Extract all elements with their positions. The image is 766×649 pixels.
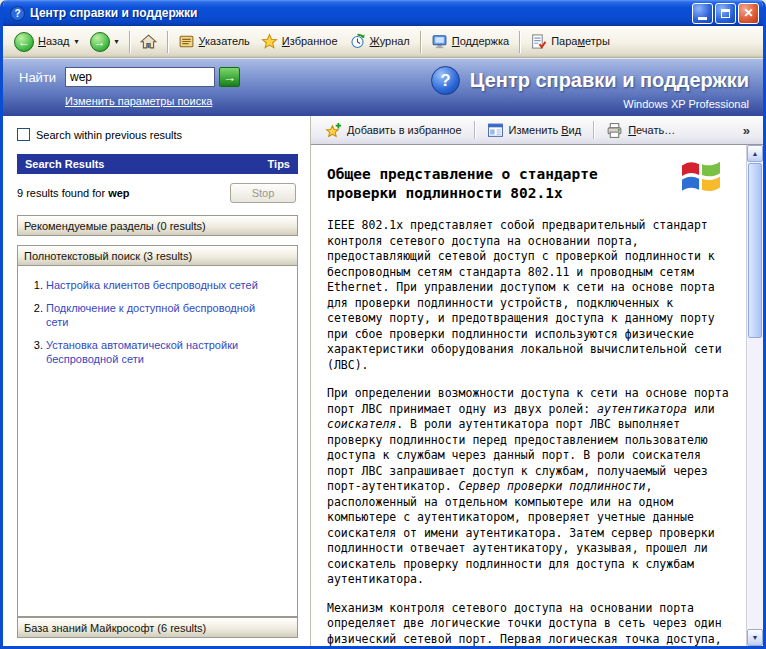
change-view-button[interactable]: Изменить Вид xyxy=(483,120,586,141)
support-icon xyxy=(431,33,448,50)
toolbar-separator xyxy=(519,31,520,53)
back-dropdown-caret[interactable]: ▾ xyxy=(75,37,79,46)
favorites-label: Избранное xyxy=(282,36,338,47)
article-paragraph: Механизм контроля сетевого доступа на ос… xyxy=(327,601,734,647)
main-area: Search within previous results Search Re… xyxy=(3,116,763,646)
maximize-button[interactable] xyxy=(715,3,736,24)
forward-dropdown-caret[interactable]: ▾ xyxy=(115,37,119,46)
options-label: Параметры xyxy=(551,36,610,47)
options-button[interactable]: Параметры xyxy=(525,30,615,53)
favorites-button[interactable]: Избранное xyxy=(256,30,343,53)
scroll-up-button[interactable]: ▲ xyxy=(747,145,763,162)
support-button[interactable]: Поддержка xyxy=(426,30,514,53)
windows-edition-label: Windows XP Professional xyxy=(623,98,749,110)
back-label: Назад xyxy=(38,36,70,47)
add-favorite-icon xyxy=(325,122,342,139)
minimize-icon xyxy=(698,17,707,20)
content-panel: Добавить в избранное Изменить Вид Печать… xyxy=(310,116,763,646)
change-view-label: Изменить Вид xyxy=(509,125,582,136)
minimize-button[interactable] xyxy=(692,3,713,24)
results-summary: 9 results found for wep xyxy=(17,187,130,199)
back-icon: ← xyxy=(14,32,34,52)
change-search-options-link[interactable]: Изменить параметры поиска xyxy=(65,95,212,107)
article: Общее представление о стандарте проверки… xyxy=(311,145,746,646)
print-button[interactable]: Печать… xyxy=(602,120,679,141)
stop-button[interactable]: Stop xyxy=(230,183,296,203)
home-icon xyxy=(140,33,157,50)
search-results-title: Search Results xyxy=(25,158,104,170)
home-button[interactable] xyxy=(135,30,162,53)
search-within-row: Search within previous results xyxy=(17,128,298,141)
add-to-favorites-button[interactable]: Добавить в избранное xyxy=(321,120,466,141)
result-item: Установка автоматической настройки беспр… xyxy=(46,338,267,366)
history-button[interactable]: Журнал xyxy=(344,30,415,53)
result-link[interactable]: Установка автоматической настройки беспр… xyxy=(46,339,238,365)
result-item: Настройка клиентов беспроводных сетей xyxy=(46,278,267,292)
window-title: Центр справки и поддержки xyxy=(30,6,690,20)
section-suggested-topics[interactable]: Рекомендуемые разделы (0 results) xyxy=(17,215,298,236)
tips-link[interactable]: Tips xyxy=(268,158,290,170)
vertical-scrollbar[interactable]: ▲ ▼ xyxy=(746,145,763,646)
forward-button[interactable]: → ▾ xyxy=(85,29,124,55)
svg-text:?: ? xyxy=(14,8,20,19)
search-label: Найти xyxy=(19,70,56,85)
search-within-label: Search within previous results xyxy=(36,129,182,141)
index-button[interactable]: Указатель xyxy=(173,30,255,53)
main-toolbar: ← Назад ▾ → ▾ Указатель Избранное xyxy=(3,26,763,58)
toolbar-separator xyxy=(474,121,475,139)
toolbar-separator xyxy=(167,31,168,53)
section-fulltext-matches[interactable]: Полнотекстовый поиск (3 results) xyxy=(17,245,298,266)
windows-logo-icon xyxy=(680,157,722,195)
scrollbar-thumb[interactable] xyxy=(748,163,762,338)
search-results-panel: Search within previous results Search Re… xyxy=(3,116,310,646)
result-link[interactable]: Настройка клиентов беспроводных сетей xyxy=(46,279,258,291)
toolbar-overflow-chevron[interactable]: » xyxy=(740,123,753,138)
help-center-window: ? Центр справки и поддержки ✕ ← Назад ▾ … xyxy=(0,0,766,649)
header-title-row: ? Центр справки и поддержки xyxy=(431,66,749,95)
toolbar-separator xyxy=(593,121,594,139)
results-list: Настройка клиентов беспроводных сетей По… xyxy=(17,266,298,617)
index-label: Указатель xyxy=(199,36,250,47)
article-title: Общее представление о стандарте проверки… xyxy=(327,165,664,203)
results-summary-row: 9 results found for wep Stop xyxy=(17,174,298,212)
add-to-favorites-label: Добавить в избранное xyxy=(347,125,462,136)
article-paragraph: IEEE 802.1x представляет собой предварит… xyxy=(327,218,734,373)
section-knowledge-base[interactable]: База знаний Майкрософт (6 results) xyxy=(17,617,298,638)
content-toolbar: Добавить в избранное Изменить Вид Печать… xyxy=(311,116,763,144)
history-clock-icon xyxy=(349,33,366,50)
search-input[interactable] xyxy=(65,67,215,87)
scroll-down-button[interactable]: ▼ xyxy=(747,629,763,646)
options-icon xyxy=(530,33,547,50)
index-icon xyxy=(178,33,195,50)
print-icon xyxy=(606,122,623,139)
print-label: Печать… xyxy=(628,125,675,136)
help-center-icon: ? xyxy=(9,5,26,22)
change-view-icon xyxy=(487,122,504,139)
back-button[interactable]: ← Назад ▾ xyxy=(9,29,84,55)
search-go-button[interactable]: → xyxy=(219,67,240,87)
search-within-checkbox[interactable] xyxy=(17,128,30,141)
support-label: Поддержка xyxy=(452,36,509,47)
result-link[interactable]: Подключение к доступной беспроводной сет… xyxy=(46,302,255,328)
header-title: Центр справки и поддержки xyxy=(470,69,749,92)
toolbar-separator xyxy=(129,31,130,53)
close-button[interactable]: ✕ xyxy=(738,3,759,24)
titlebar[interactable]: ? Центр справки и поддержки ✕ xyxy=(3,0,763,26)
search-header: Найти → Изменить параметры поиска ? Цент… xyxy=(3,58,763,116)
toolbar-separator xyxy=(420,31,421,53)
star-icon xyxy=(261,33,278,50)
result-item: Подключение к доступной беспроводной сет… xyxy=(46,301,267,329)
maximize-icon xyxy=(721,9,730,18)
history-label: Журнал xyxy=(370,36,410,47)
forward-icon: → xyxy=(90,32,110,52)
question-mark-icon: ? xyxy=(431,66,460,95)
article-container: Общее представление о стандарте проверки… xyxy=(311,144,763,646)
close-icon: ✕ xyxy=(743,7,753,19)
go-arrow-icon: → xyxy=(223,70,236,85)
search-results-header: Search Results Tips xyxy=(17,154,298,174)
article-paragraph: При определении возможности доступа к се… xyxy=(327,386,734,588)
scrollbar-track[interactable] xyxy=(747,162,763,629)
